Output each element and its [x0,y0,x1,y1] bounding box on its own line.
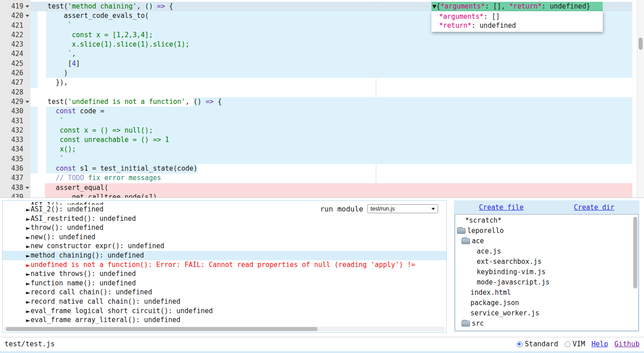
code-line[interactable]: test('undefined is not a function', () =… [30,97,632,107]
code-line[interactable]: const code = [30,107,632,116]
code-line[interactable]: ` [30,116,632,126]
expand-icon[interactable]: ► [26,299,30,305]
file-tree-item[interactable]: ast_utils.js [455,329,638,331]
test-result-item[interactable]: ►function name(): undefined [3,279,446,288]
file-name: ext-searchbox.js [477,257,542,267]
code-line[interactable]: }), [30,78,632,87]
fold-toggle-icon[interactable] [26,5,29,8]
keybinding-standard-option[interactable]: Standard [517,340,558,348]
line-number[interactable]: 427 [0,78,30,87]
file-tree-item[interactable]: mode-javascript.js [455,277,638,288]
create-dir-button[interactable]: Create dir [574,203,614,211]
test-result-item[interactable]: ►record native call chain(): undefined [3,297,446,306]
line-number[interactable]: 431 [0,116,30,126]
expand-icon[interactable]: ► [26,289,30,296]
test-result-item[interactable]: ►ASI_restrited(): undefined [3,214,446,224]
expand-icon[interactable]: ► [26,216,30,222]
output-horizontal-scrollbar-thumb[interactable] [6,327,318,331]
code-line[interactable]: x(); [30,145,632,154]
expand-icon[interactable]: ► [26,253,30,259]
line-number[interactable]: 434 [0,145,30,154]
line-number[interactable]: 425 [0,59,30,69]
line-number[interactable]: 439 [0,193,30,198]
line-number[interactable]: 424 [0,49,30,59]
expand-icon[interactable]: ► [26,243,30,250]
line-number[interactable]: 419 [0,2,30,11]
radio-unselected-icon[interactable] [565,341,570,347]
line-number[interactable]: 436 [0,164,30,173]
help-link[interactable]: Help [592,340,608,348]
file-tree-item[interactable]: ext-searchbox.js [455,257,638,267]
expand-icon[interactable]: ► [26,280,30,287]
test-result-item[interactable]: ►native throws(): undefined [3,269,446,279]
code-line[interactable]: `, [30,49,632,59]
file-tree-folder[interactable]: src [455,319,638,329]
code-line[interactable]: const x = () => null(); [30,126,632,135]
line-number[interactable]: 435 [0,155,30,164]
line-number[interactable]: 423 [0,40,30,49]
file-tree-item[interactable]: index.html [455,288,638,298]
code-line[interactable]: ` [30,155,632,164]
tooltip-value: : [] [483,13,500,21]
test-result-item[interactable]: ►method chaining(): undefined [3,251,446,260]
test-result-item[interactable]: ►new constructor expr(): undefined [3,241,446,251]
run-module-select[interactable]: test/run.js [367,204,438,213]
test-result-item[interactable]: ►throw(): undefined [3,223,446,232]
create-file-button[interactable]: Create file [479,203,523,211]
editor-scrollbar-thumb[interactable] [639,38,643,50]
code-line[interactable] [30,88,632,97]
file-tree-item[interactable]: package.json [455,298,638,308]
line-number[interactable]: 420 [0,11,30,21]
code-line[interactable]: // TODO fix error messages [30,173,632,183]
fold-toggle-icon[interactable] [26,15,29,17]
line-number[interactable]: 430 [0,107,30,116]
file-tree-item[interactable]: service_worker.js [455,308,638,319]
code-line[interactable]: const unreachable = () => 1 [30,135,632,145]
keybinding-vim-option[interactable]: VIM [565,340,585,348]
test-result-item[interactable]: ►eval_frame logical short circuit(): und… [3,306,446,316]
github-link[interactable]: Github [614,340,640,348]
file-tree-item[interactable]: keybinding-vim.js [455,267,638,277]
line-number[interactable]: 438 [0,183,30,193]
tooltip-entry[interactable]: *return*: undefined [431,21,603,30]
file-tree-scrollbar-thumb[interactable] [633,217,637,288]
line-number[interactable]: 421 [0,21,30,30]
expand-icon[interactable]: ► [26,262,30,268]
evaluated-expression-highlight: () [145,2,153,10]
line-number[interactable]: 422 [0,30,30,40]
code-line[interactable]: assert_equal( [30,183,632,193]
test-result-item[interactable]: ►undefined is not a function(): Error: F… [3,260,446,270]
line-number[interactable]: 429 [0,97,30,107]
code-token: : undefined} [542,2,590,10]
tooltip-entry[interactable]: *arguments*: [] [431,12,603,21]
expand-icon[interactable]: ► [26,308,30,314]
file-tree-folder[interactable]: ace [455,236,638,246]
code-line[interactable]: ) [30,69,632,78]
line-number[interactable]: 426 [0,69,30,78]
file-tree-item[interactable]: *scratch* [455,215,638,226]
expand-icon[interactable]: ► [26,207,30,213]
expand-icon[interactable]: ► [26,271,30,277]
code-line[interactable]: const s1 = test_initial_state(code) [30,164,632,173]
fold-toggle-icon[interactable] [26,101,29,103]
file-tree-item[interactable]: ace.js [455,246,638,257]
code-line[interactable]: get_calltree_node(s1) [30,193,632,198]
test-result-item[interactable]: ►eval_frame array_literal(): undefined [3,315,446,325]
test-result-item[interactable]: ►new(): undefined [3,232,446,242]
expand-icon[interactable]: ► [26,234,30,241]
test-result-item[interactable]: ►record call chain(): undefined [3,288,446,297]
code-line[interactable]: [4] [30,59,632,69]
output-horizontal-scrollbar[interactable] [4,327,445,331]
line-number[interactable]: 432 [0,126,30,135]
radio-selected-icon[interactable] [517,341,522,347]
fold-toggle-icon[interactable] [26,187,29,189]
line-number[interactable]: 433 [0,135,30,145]
expand-icon[interactable]: ► [26,317,30,323]
line-number[interactable]: 437 [0,173,30,183]
code-line[interactable]: x.slice(1).slice(1).slice(1); [30,40,632,49]
editor-scrollbar[interactable] [637,0,644,198]
expand-icon[interactable]: ► [26,225,30,231]
tooltip-collapsed-value[interactable]: ▼{*arguments*: [], *return*: undefined} [431,2,603,11]
file-tree-folder[interactable]: leporello [455,226,638,236]
line-number[interactable]: 428 [0,88,30,97]
